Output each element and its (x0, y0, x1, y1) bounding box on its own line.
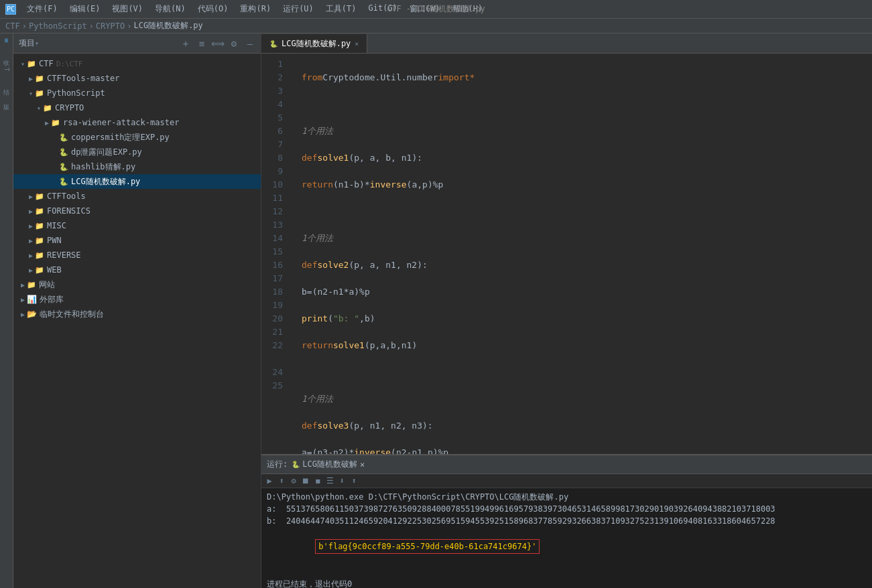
folder-icon-ctftools-master: 📁 (35, 74, 44, 83)
file-icon-lcg: 🐍 (59, 177, 68, 186)
code-line-11: return solve1(p, a, b, n1) (302, 339, 872, 352)
tree-scratch[interactable]: ▶ 📂 临时文件和控制台 (13, 307, 261, 321)
folder-icon-reverse: 📁 (35, 251, 44, 260)
folder-icon-pwn: 📁 (35, 236, 44, 245)
menu-tools[interactable]: 工具(T) (320, 2, 362, 16)
terminal-output[interactable]: D:\Python\python.exe D:\CTF\PythonScript… (261, 488, 872, 588)
file-icon-coppersmith: 🐍 (59, 133, 68, 142)
code-line-4: def solve1(p, a, b, n1): (302, 151, 872, 165)
file-tree: ▾ 📁 CTF D:\CTF ▶ 📁 CTFTools-master ▾ 📁 P… (13, 54, 261, 588)
arrow-forensics: ▶ (27, 208, 35, 215)
tree-rsa-wiener[interactable]: ▶ 📁 rsa-wiener-attack-master (13, 115, 261, 130)
code-line-5: return (n1 - b) * inverse(a, p) % p (302, 178, 872, 192)
terminal-tab[interactable]: 🐍 LCG随机数破解 × (292, 459, 365, 470)
terminal-clear-btn[interactable]: ◼ (312, 475, 323, 486)
project-icon[interactable]: ≡ (1, 35, 12, 46)
terminal-tab-name: LCG随机数破解 (302, 459, 357, 470)
bookmark-icon[interactable]: 收 (1, 50, 12, 60)
sidebar-expand-icon[interactable]: ⟺ (212, 38, 223, 49)
tree-label-crypto: CRYPTO (55, 103, 84, 113)
breadcrumb-pythonscript[interactable]: PythonScript (29, 21, 87, 31)
arrow-ctftools-master: ▶ (27, 75, 35, 82)
editor-tab-lcg[interactable]: 🐍 LCG随机数破解.py × (261, 34, 367, 53)
tree-dp[interactable]: ▶ 🐍 dp泄露问题EXP.py (13, 145, 261, 159)
terminal-list-btn[interactable]: ☰ (324, 475, 335, 486)
tree-reverse[interactable]: ▶ 📁 REVERSE (13, 248, 261, 263)
menu-run[interactable]: 运行(U) (277, 2, 319, 16)
tab-py-icon: 🐍 (269, 40, 277, 48)
dropdown-arrow[interactable]: ▾ (35, 40, 39, 47)
line-numbers: 1 2 3 4 5 6 7 8 9 10 11 12 13 14 15 16 1… (261, 54, 288, 454)
folder-icon-ctf: 📁 (27, 60, 36, 68)
code-line-comment2: 1个用法 (302, 232, 872, 245)
tree-hashlib[interactable]: ▶ 🐍 hashlib猜解.py (13, 159, 261, 174)
tree-lcg[interactable]: ▶ 🐍 LCG随机数破解.py (13, 174, 261, 189)
titlebar: PC 文件(F) 编辑(E) 视图(V) 导航(N) 代码(O) 重构(R) 运… (0, 0, 872, 19)
code-line-1: from Cryptodome.Util.number import * (302, 71, 872, 84)
arrow-ctf: ▾ (19, 60, 27, 68)
menu-code[interactable]: 代码(O) (192, 2, 234, 16)
tree-label-pythonscript: PythonScript (47, 88, 105, 98)
breadcrumb-crypto[interactable]: CRYPTO (96, 21, 125, 31)
menu-view[interactable]: 视图(V) (107, 2, 148, 16)
sidebar-header: 项目 ▾ + ≡ ⟺ ⚙ – (13, 33, 261, 54)
terminal-down-btn[interactable]: ⬇ (336, 475, 347, 486)
tree-ctf[interactable]: ▾ 📁 CTF D:\CTF (13, 56, 261, 71)
menu-refactor[interactable]: 重构(R) (235, 2, 276, 16)
tree-forensics[interactable]: ▶ 📁 FORENSICS (13, 204, 261, 218)
arrow-scratch: ▶ (19, 311, 27, 318)
code-line-comment1: 1个用法 (302, 125, 872, 138)
sidebar-collapse-icon[interactable]: – (245, 38, 255, 49)
folder-icon-website: 📁 (27, 281, 36, 289)
terminal-settings-btn[interactable]: ⚙ (288, 475, 299, 486)
tree-pythonscript[interactable]: ▾ 📁 PythonScript (13, 86, 261, 100)
vcs-icon[interactable]: 版 (1, 94, 12, 104)
tab-label: LCG随机数破解.py (282, 38, 351, 50)
terminal-tab-close[interactable]: × (360, 460, 365, 469)
arrow-crypto: ▾ (35, 104, 43, 112)
menu-file[interactable]: 文件(F) (21, 2, 63, 16)
terminal-stop-btn[interactable]: ⏹ (300, 475, 311, 486)
code-line-10: print("b: ", b) (302, 312, 872, 325)
ctf-path: D:\CTF (56, 60, 83, 68)
tab-close-button[interactable]: × (355, 40, 359, 48)
sidebar-add-icon[interactable]: + (180, 38, 191, 49)
arrow-reverse: ▶ (27, 252, 35, 259)
code-area[interactable]: from Cryptodome.Util.number import * 1个用… (288, 54, 872, 454)
sidebar-title: 项目 (19, 38, 35, 49)
menu-navigate[interactable]: 导航(N) (149, 2, 191, 16)
menu-edit[interactable]: 编辑(E) (64, 2, 106, 16)
terminal-run-btn[interactable]: ▶ (264, 475, 275, 486)
tree-extlibs[interactable]: ▶ 📊 外部库 (13, 292, 261, 307)
tree-web[interactable]: ▶ 📁 WEB (13, 263, 261, 277)
tree-label-web: WEB (47, 265, 62, 275)
terminal-run-label: 运行: (267, 459, 288, 470)
tree-ctftools[interactable]: ▶ 📁 CTFTools (13, 189, 261, 204)
terminal-up2-btn[interactable]: ⬆ (349, 475, 359, 486)
code-line-14: def solve3(p, n1, n2, n3): (302, 419, 872, 433)
tree-ctftools-master[interactable]: ▶ 📁 CTFTools-master (13, 71, 261, 86)
tree-label-pwn: PWN (47, 236, 62, 245)
breadcrumb-file[interactable]: LCG随机数破解.py (133, 20, 202, 31)
terminal-scroll-up[interactable]: ⬆ (276, 475, 287, 486)
tab-bar: 🐍 LCG随机数破解.py × (261, 33, 872, 54)
extlibs-icon: 📊 (27, 295, 37, 304)
breadcrumb-ctf[interactable]: CTF (5, 21, 20, 31)
editor-content[interactable]: 1 2 3 4 5 6 7 8 9 10 11 12 13 14 15 16 1… (261, 54, 872, 454)
tree-website[interactable]: ▶ 📁 网站 (13, 277, 261, 292)
breadcrumb-sep3: › (127, 21, 131, 31)
tree-label-dp: dp泄露问题EXP.py (71, 147, 142, 158)
tree-label-scratch: 临时文件和控制台 (40, 309, 104, 320)
tree-coppersmith[interactable]: ▶ 🐍 coppersmith定理EXP.py (13, 130, 261, 145)
tree-label-coppersmith: coppersmith定理EXP.py (71, 132, 170, 143)
sidebar-settings-icon[interactable]: ⚙ (229, 38, 239, 49)
code-line-2 (302, 98, 872, 111)
tree-misc[interactable]: ▶ 📁 MISC (13, 218, 261, 233)
tree-pwn[interactable]: ▶ 📁 PWN (13, 233, 261, 248)
tree-crypto[interactable]: ▾ 📁 CRYPTO (13, 100, 261, 115)
sidebar-list-icon[interactable]: ≡ (196, 38, 207, 49)
flag-result: b'flag{9c0ccf89-a555-79dd-e40b-61ca741c9… (315, 539, 540, 554)
far-left-panel: ≡ 收 T 结 版 (0, 33, 13, 588)
structure-icon[interactable]: 结 (1, 79, 12, 90)
todo-icon[interactable]: T (1, 64, 12, 75)
